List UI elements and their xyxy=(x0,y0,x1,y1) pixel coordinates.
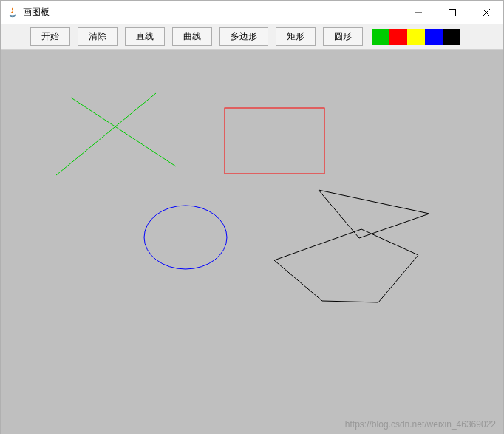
oval-button[interactable]: 圆形 xyxy=(323,27,363,46)
window-controls xyxy=(401,1,503,24)
svg-rect-1 xyxy=(449,10,456,16)
rectangle-button[interactable]: 矩形 xyxy=(276,27,316,46)
color-green[interactable] xyxy=(372,29,389,45)
clear-button[interactable]: 清除 xyxy=(78,27,118,46)
curve-button[interactable]: 曲线 xyxy=(172,27,212,46)
maximize-icon xyxy=(449,9,456,16)
toolbar: 开始 清除 直线 曲线 多边形 矩形 圆形 xyxy=(1,24,503,50)
window-title: 画图板 xyxy=(23,6,401,18)
app-window: 画图板 开始 清除 直线 曲线 多边形 矩形 圆形 xyxy=(0,0,504,434)
color-palette xyxy=(372,29,460,45)
color-black[interactable] xyxy=(443,29,460,45)
shape-black-polygon-1 xyxy=(319,190,429,238)
color-yellow[interactable] xyxy=(407,29,425,45)
close-icon xyxy=(483,9,490,16)
canvas-svg xyxy=(1,50,503,434)
line-button[interactable]: 直线 xyxy=(125,27,165,46)
shape-red-rect xyxy=(225,108,324,174)
close-button[interactable] xyxy=(469,1,503,24)
minimize-icon xyxy=(415,9,422,16)
start-button[interactable]: 开始 xyxy=(30,27,70,46)
color-red[interactable] xyxy=(389,29,407,45)
shape-green-line-1 xyxy=(71,98,176,166)
java-icon xyxy=(7,7,18,18)
titlebar: 画图板 xyxy=(1,1,503,24)
drawing-canvas[interactable]: https://blog.csdn.net/weixin_46369022 xyxy=(1,50,503,434)
maximize-button[interactable] xyxy=(435,1,469,24)
shape-blue-ellipse xyxy=(144,206,227,269)
watermark-text: https://blog.csdn.net/weixin_46369022 xyxy=(345,419,496,430)
color-blue[interactable] xyxy=(425,29,443,45)
shape-green-line-2 xyxy=(56,93,156,175)
minimize-button[interactable] xyxy=(401,1,435,24)
shape-black-polygon-2 xyxy=(274,229,418,302)
polygon-button[interactable]: 多边形 xyxy=(219,27,268,46)
